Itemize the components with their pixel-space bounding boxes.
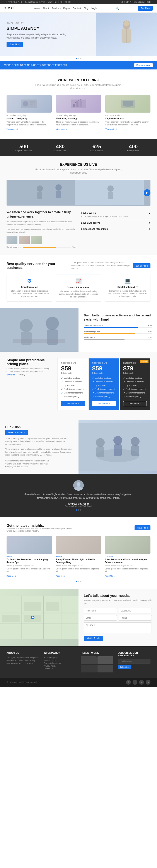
testimonial-role: Founding Partner at With Simpl. (6, 505, 151, 507)
discover-more-button[interactable]: Discover More (134, 63, 153, 67)
nav-blog[interactable]: Blog (83, 7, 88, 9)
hero-dot-2[interactable] (78, 58, 79, 59)
testimonial-dots (6, 509, 151, 510)
hero-dot-1[interactable] (76, 58, 77, 59)
testimonial-text: Eveniet laborum dolor quasi fugiat et ni… (24, 493, 133, 500)
site-logo[interactable]: SIMPL (4, 6, 15, 10)
footer-recent-title: RECENT WORK (81, 652, 113, 654)
accordion-header-2[interactable]: 2. What we believe ▼ (81, 222, 151, 224)
blog-read-more-3[interactable]: Read More (105, 575, 115, 577)
stat-label-1: Projects Completed (6, 150, 41, 152)
newsletter-input[interactable] (118, 659, 151, 664)
services-description: Lorem ipsum dolor sit amet, consectetur … (71, 261, 130, 270)
plan-btn-3[interactable]: Get Started → (123, 401, 147, 406)
experience-title: EXPERIENCE US LIVE (6, 163, 151, 166)
nav-login[interactable]: Login (91, 7, 97, 9)
play-button[interactable]: ▶ (144, 189, 151, 196)
phone-input[interactable] (119, 615, 152, 621)
nav-pages[interactable]: Pages (63, 7, 70, 9)
blog-dot-3[interactable] (80, 581, 81, 582)
offer-link-1[interactable]: View content (6, 128, 18, 130)
plan-feature-2-3: Up to 5 users (92, 384, 116, 388)
plan-price-3: $79 (123, 365, 147, 372)
svg-rect-22 (56, 191, 61, 198)
footer-link-1[interactable]: Pricing Proposal (44, 656, 76, 658)
read-more-button[interactable]: Read more (134, 525, 151, 530)
offer-link-3[interactable]: View content (105, 128, 116, 130)
progress-pct-2: 75% (148, 330, 152, 333)
first-name-input[interactable] (84, 608, 117, 614)
stat-label-2: Active Clients (43, 150, 78, 152)
digital-icon: 💻 (108, 278, 147, 284)
hero-dot-3[interactable] (80, 58, 81, 59)
testimonial-dot-3[interactable] (80, 509, 81, 510)
blog-image-1 (6, 536, 52, 554)
footer-link-4[interactable]: Privacy Policy (44, 665, 76, 667)
see-all-button[interactable]: See all more (133, 263, 151, 268)
offer-link-2[interactable]: View content (56, 128, 67, 130)
svg-point-19 (36, 186, 43, 192)
footer-link-2[interactable]: Plans & Guide (44, 659, 76, 661)
svg-rect-36 (131, 445, 139, 456)
vision-right (78, 420, 157, 474)
blog-read-more-1[interactable]: Read More (6, 575, 16, 577)
accordion-header-1[interactable]: 1. What We Do ▲ (81, 212, 151, 214)
yearly-toggle[interactable]: Yearly (19, 373, 25, 376)
experience-columns: We listen and work together to create a … (6, 210, 151, 248)
get-free-button[interactable]: Get Free (138, 6, 153, 11)
pricing-grid: Professional $59 Billed monthly Marketin… (57, 358, 151, 410)
progress-fill-1 (84, 327, 138, 328)
blog-read-more-2[interactable]: Read More (56, 575, 66, 577)
services-header: Best quality services for your business.… (6, 261, 151, 270)
testimonial-dot-2[interactable] (78, 509, 79, 510)
offer-desc-1: There are many variants of passages of t… (6, 121, 52, 126)
skill-bar: Digital Marketing 70% (6, 246, 76, 248)
footer-link-3[interactable]: Terms & Conditions (44, 662, 76, 664)
message-textarea[interactable] (84, 622, 152, 633)
pinterest-icon[interactable]: p (146, 680, 151, 685)
plan-feature-3-4: Analytics management (123, 388, 147, 391)
twitter-icon[interactable]: t (133, 680, 137, 685)
contact-submit-button[interactable]: Get In Touch (84, 636, 103, 641)
last-name-input[interactable] (119, 608, 152, 614)
blog-dot-1[interactable] (76, 581, 77, 582)
footer-link-5[interactable]: Contact Us (44, 668, 76, 670)
plan-btn-2[interactable]: Get Started → (92, 401, 116, 406)
accordion-item-2[interactable]: 2. What we believe ▼ (81, 220, 151, 226)
offer-desc-3: There are many variants of passages the … (105, 121, 151, 126)
nav-icons: 🔍 (115, 7, 119, 10)
facebook-icon[interactable]: f (126, 680, 131, 685)
offer-title-2: Marketing Strategy (56, 117, 101, 120)
blog-dot-2[interactable] (78, 581, 79, 582)
blog-description: Subscribe to our newsletter and receive … (6, 528, 72, 532)
progress-label-2: Web Development 75% (84, 330, 152, 333)
accordion-header-3[interactable]: 3. Awards and recognition ▼ (81, 228, 151, 230)
sub-image-3 (31, 236, 42, 244)
top-bar: +1 (123) 456-7890 hello@example.com Mon … (0, 0, 157, 4)
nav-contact[interactable]: Contact (73, 7, 81, 9)
accordion-item-1[interactable]: 1. What We Do ▲ Focus tota intentus in l… (81, 210, 151, 220)
linkedin-icon[interactable]: in (139, 680, 144, 685)
search-icon[interactable]: 🔍 (115, 7, 119, 10)
vision-button[interactable]: See Our Vision → (5, 430, 28, 435)
skill-label: Digital Marketing (6, 246, 21, 248)
footer-work-4 (98, 665, 113, 673)
newsletter-subscribe-button[interactable]: Subscribe (118, 665, 131, 669)
testimonial-dot-1[interactable] (76, 509, 77, 510)
progress-text-1: Customer satisfaction (84, 324, 103, 327)
email-input[interactable] (84, 615, 117, 621)
offer-num-1: 01. Modern Designing (6, 114, 52, 117)
accordion-item-3[interactable]: 3. Awards and recognition ▼ (81, 226, 151, 232)
hero-title: SIMPL AGENCY (6, 26, 89, 31)
nav-services[interactable]: Services (51, 7, 61, 9)
nav-home[interactable]: Home (33, 7, 40, 9)
progress-item-3: Performance 60% (84, 336, 152, 340)
plan-feature-1-2: Competitive analysis (61, 380, 85, 384)
hero-cta-button[interactable]: Book Now (6, 42, 23, 47)
plan-feature-2-5: Monthly management (92, 391, 116, 395)
nav-about[interactable]: About (43, 7, 49, 9)
footer-newsletter-title: SUBSCRIBE OUR NEWSLETTER (118, 652, 151, 657)
experience-section: EXPERIENCE US LIVE Focus tota intentus i… (0, 156, 157, 255)
monthly-toggle[interactable]: Monthly (6, 373, 15, 376)
plan-btn-1[interactable]: Get Started → (61, 401, 85, 406)
